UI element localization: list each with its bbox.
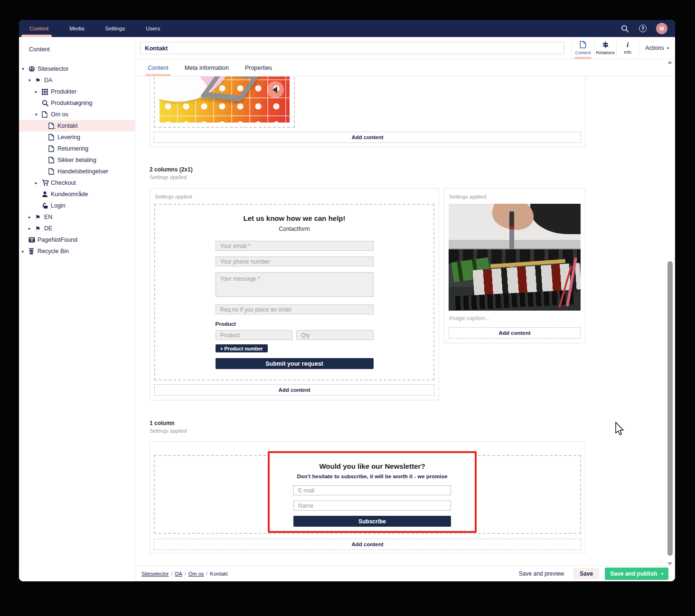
add-content-button[interactable]: Add content	[449, 327, 581, 339]
add-product-number-button[interactable]: + Product number	[216, 344, 268, 352]
submit-request-button[interactable]: Submit your request	[216, 358, 374, 369]
tree-item-de[interactable]: DE	[19, 223, 135, 234]
qty-field[interactable]	[296, 330, 374, 340]
caret-down-icon[interactable]	[22, 66, 28, 71]
sidebar: Content Siteselector DA	[19, 37, 135, 581]
breadcrumb-separator	[185, 571, 186, 577]
breadcrumb-separator	[206, 571, 207, 577]
tree-item-label: Kundeområde	[51, 191, 88, 198]
page-title-input[interactable]	[140, 42, 564, 54]
tree-item-en[interactable]: EN	[19, 211, 135, 223]
save-and-publish-button[interactable]: Save and publish	[605, 568, 668, 580]
app-tab-content[interactable]: Content	[572, 37, 594, 59]
contact-form-subheading: Contactform	[216, 226, 374, 232]
add-content-button[interactable]: Add content	[154, 132, 581, 143]
contact-form-widget[interactable]: Let us know how we can help! Contactform…	[154, 204, 434, 380]
add-content-button[interactable]: Add content	[154, 539, 581, 550]
tree-item-returnering[interactable]: Returnering	[19, 143, 135, 154]
tree-item-checkout[interactable]: Checkout	[19, 177, 135, 189]
document-new-icon	[48, 123, 57, 129]
add-content-button[interactable]: Add content	[154, 384, 434, 396]
photo-art	[530, 204, 581, 234]
phone-field[interactable]	[216, 256, 374, 266]
app-tab-info[interactable]: i Info	[616, 37, 639, 59]
search-icon	[42, 100, 51, 106]
nav-settings[interactable]: Settings	[95, 20, 136, 37]
tree-item-recycle-bin[interactable]: Recycle Bin	[19, 246, 135, 257]
tab-meta-information[interactable]: Meta information	[185, 59, 229, 76]
editor-footer: Siteselector DA Om os Kontakt Save and p…	[135, 566, 675, 581]
tree-item-siteselector[interactable]: Siteselector	[19, 63, 135, 75]
newsletter-subtext: Don't hesitate to subscribe, it will be …	[270, 474, 475, 479]
nav-media[interactable]: Media	[59, 20, 94, 37]
grid-section-top: Add content	[150, 76, 585, 147]
scroll-up-icon[interactable]	[667, 61, 672, 64]
breadcrumb-om-os[interactable]: Om os	[188, 571, 204, 577]
reqno-field[interactable]	[216, 304, 374, 314]
tree-item-label: Siteselector	[38, 66, 68, 72]
tree-item-label: Recycle Bin	[38, 248, 69, 255]
app-tab-label: Content	[575, 50, 591, 55]
tree-item-login[interactable]: Login	[19, 200, 135, 211]
globe-icon	[28, 66, 38, 72]
actions-dropdown[interactable]: Actions	[639, 37, 675, 59]
newsletter-name-field[interactable]	[293, 501, 451, 511]
tree-item-sikker-betaling[interactable]: Sikker betaling	[19, 154, 135, 166]
email-field[interactable]	[216, 241, 374, 251]
search-icon[interactable]	[620, 24, 629, 33]
printer-repair-photo[interactable]	[449, 204, 581, 311]
tab-properties[interactable]: Properties	[245, 59, 272, 76]
vertical-scrollbar[interactable]	[667, 61, 674, 565]
avatar[interactable]: M	[656, 23, 667, 34]
tree-item-label: Produkter	[51, 88, 76, 95]
tree-item-levering[interactable]: Levering	[19, 132, 135, 143]
tree-item-pagenotfound[interactable]: PageNotFound	[19, 234, 135, 246]
save-and-preview-button[interactable]: Save and preview	[519, 570, 564, 577]
caret-right-icon[interactable]	[35, 89, 42, 94]
nav-users[interactable]: Users	[135, 20, 170, 37]
caret-right-icon[interactable]	[35, 180, 42, 185]
caret-down-icon[interactable]	[35, 112, 42, 117]
tree-item-label: DE	[44, 225, 52, 232]
help-icon[interactable]	[638, 24, 648, 33]
app-window: Content Media Settings Users M Content S…	[19, 20, 675, 581]
tree-item-om-os[interactable]: Om os	[19, 109, 135, 120]
tree-item-kundeomrade[interactable]: Kundeområde	[19, 189, 135, 200]
breadcrumb-siteselector[interactable]: Siteselector	[141, 571, 169, 577]
caret-right-icon[interactable]	[22, 249, 28, 254]
subscribe-button[interactable]: Subscribe	[293, 516, 451, 527]
image-prev-arrow-icon[interactable]	[267, 81, 284, 98]
message-field[interactable]	[216, 272, 374, 297]
tree-item-produkter[interactable]: Produkter	[19, 86, 135, 97]
content-tree: Siteselector DA Produkter	[19, 60, 135, 257]
tree-item-kontakt[interactable]: Kontakt	[19, 120, 135, 132]
section-header: 2 columns (2x1)	[150, 166, 585, 173]
tree-item-da[interactable]: DA	[19, 75, 135, 86]
nav-content[interactable]: Content	[19, 20, 59, 37]
scrollbar-thumb[interactable]	[667, 261, 673, 556]
save-button[interactable]: Save	[573, 568, 599, 579]
document-icon	[42, 111, 51, 118]
image-caption-placeholder[interactable]: Image caption...	[449, 315, 581, 322]
settings-applied-note: Settings applied	[150, 174, 585, 180]
product-field[interactable]	[216, 330, 293, 340]
caret-down-icon[interactable]	[28, 78, 35, 83]
one-column-cell[interactable]: Would you like our Newsletter? Don't hes…	[154, 455, 581, 534]
annotation-highlight-box: Would you like our Newsletter? Don't hes…	[268, 451, 477, 533]
editor-header: Content Relations i Info Actions	[135, 37, 675, 59]
tree-item-produktsogning[interactable]: Produktsøgning	[19, 97, 135, 109]
newsletter-email-field[interactable]	[293, 485, 451, 495]
scroll-down-icon[interactable]	[667, 562, 672, 565]
breadcrumb-separator	[171, 571, 172, 577]
cart-icon	[42, 180, 51, 186]
flag-icon	[35, 226, 44, 232]
tree-item-label: Sikker betaling	[57, 157, 96, 163]
app-tab-relations[interactable]: Relations	[594, 37, 616, 59]
tree-item-handelsbetingelser[interactable]: Handelsbetingelser	[19, 166, 135, 177]
caret-right-icon[interactable]	[28, 226, 35, 231]
image-cell[interactable]	[154, 76, 295, 128]
caret-right-icon[interactable]	[28, 215, 35, 219]
tab-content[interactable]: Content	[148, 59, 169, 76]
document-icon	[48, 134, 57, 141]
breadcrumb-da[interactable]: DA	[175, 571, 182, 577]
